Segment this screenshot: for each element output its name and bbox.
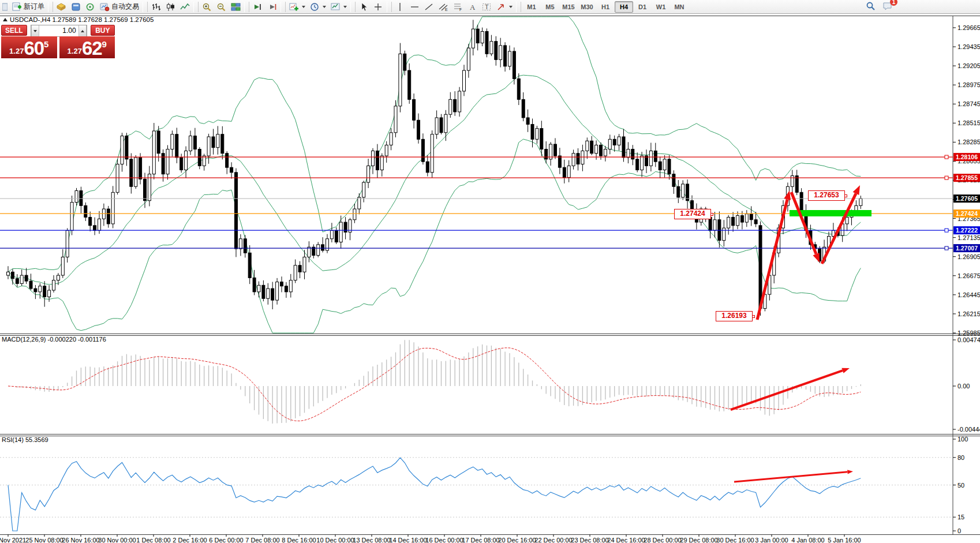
toolbar-separator: [143, 2, 148, 12]
chart-area[interactable]: 1.296651.294351.292051.289751.287451.285…: [0, 0, 980, 543]
svg-text:1.27605: 1.27605: [956, 195, 978, 202]
fibonacci-icon[interactable]: F: [451, 1, 465, 13]
candlestick-chart-icon[interactable]: [163, 1, 178, 13]
svg-text:1.27222: 1.27222: [956, 227, 978, 234]
tile-windows-icon[interactable]: [229, 1, 243, 13]
svg-text:3 Jan 00:00: 3 Jan 00:00: [755, 537, 788, 543]
periods-icon[interactable]: [308, 1, 328, 13]
price-annotation[interactable]: 1.26193: [716, 311, 753, 321]
svg-text:30 Dec 16:00: 30 Dec 16:00: [716, 537, 754, 543]
svg-text:1.26445: 1.26445: [957, 291, 980, 298]
svg-text:0.004742: 0.004742: [957, 336, 980, 343]
clipped-chart-icon: [0, 1, 10, 13]
sell-price-point: 5: [44, 39, 48, 49]
svg-text:50: 50: [957, 482, 964, 489]
toolbar-right: 1: [866, 1, 893, 12]
timeframe-w1-button[interactable]: W1: [652, 1, 670, 13]
price-annotation[interactable]: 1.27653: [808, 190, 845, 201]
sell-price-panel[interactable]: 1.27 60 5: [1, 36, 57, 58]
svg-text:1.27135: 1.27135: [957, 234, 980, 241]
svg-text:1.28745: 1.28745: [957, 100, 980, 107]
timeframe-m1-button[interactable]: M1: [522, 1, 541, 13]
bar-chart-icon[interactable]: [149, 1, 163, 13]
horizontal-line-icon[interactable]: [407, 1, 422, 13]
buy-price-prefix: 1.27: [68, 47, 82, 55]
timeframe-m15-button[interactable]: M15: [559, 1, 578, 13]
vertical-line-icon[interactable]: [393, 1, 407, 13]
svg-text:29 Dec 08:00: 29 Dec 08:00: [680, 537, 717, 543]
annotation-handle[interactable]: [752, 315, 755, 318]
svg-text:15: 15: [957, 514, 964, 520]
svg-text:13 Dec 08:00: 13 Dec 08:00: [353, 537, 390, 543]
svg-text:6 Dec 00:00: 6 Dec 00:00: [209, 537, 243, 543]
volume-increase-button[interactable]: [78, 25, 87, 36]
auto-scroll-icon[interactable]: [250, 1, 265, 13]
arrows-icon[interactable]: [494, 1, 515, 13]
timeframe-m5-button[interactable]: M5: [541, 1, 559, 13]
chart-title-text: USDCAD-,H4 1.27589 1.27628 1.27569 1.276…: [10, 16, 154, 23]
notification-badge: 1: [890, 0, 897, 6]
volume-decrease-button[interactable]: [31, 25, 39, 36]
chart-corner-icon: [3, 18, 8, 21]
svg-text:10 Dec 00:00: 10 Dec 00:00: [316, 537, 354, 543]
svg-text:1.27007: 1.27007: [956, 245, 978, 252]
svg-text:1.26905: 1.26905: [957, 253, 980, 260]
timeframe-d1-button[interactable]: D1: [633, 1, 652, 13]
svg-text:E: E: [445, 8, 448, 12]
price-annotation[interactable]: 1.27424: [674, 209, 711, 219]
chevron-down-icon: [302, 6, 305, 8]
svg-text:17 Dec 08:00: 17 Dec 08:00: [462, 537, 499, 543]
svg-text:26 Nov 16:00: 26 Nov 16:00: [62, 537, 99, 543]
timeframe-mn-button[interactable]: MN: [670, 1, 689, 13]
toolbar-separator: [387, 2, 392, 12]
toolbar-separator: [280, 2, 286, 12]
new-order-button[interactable]: 新订单: [10, 1, 47, 13]
zoom-out-icon[interactable]: [214, 1, 229, 13]
crosshair-icon[interactable]: [371, 1, 386, 13]
svg-text:20 Dec 16:00: 20 Dec 16:00: [498, 537, 536, 543]
annotation-handle[interactable]: [710, 213, 713, 216]
templates-icon[interactable]: [328, 1, 349, 13]
chart-shift-icon[interactable]: [265, 1, 279, 13]
market-watch-icon[interactable]: [54, 1, 69, 13]
data-window-icon[interactable]: [69, 1, 83, 13]
timeframe-h1-button[interactable]: H1: [596, 1, 615, 13]
chevron-down-icon: [509, 6, 513, 8]
svg-text:23 Dec 08:00: 23 Dec 08:00: [571, 537, 608, 543]
zoom-in-icon[interactable]: [200, 1, 214, 13]
svg-text:80: 80: [957, 454, 964, 461]
svg-text:1.27424: 1.27424: [956, 210, 978, 217]
text-icon[interactable]: A: [465, 1, 480, 13]
svg-text:4 Jan 08:00: 4 Jan 08:00: [791, 537, 825, 543]
line-chart-icon[interactable]: [178, 1, 192, 13]
toolbar-separator: [516, 2, 521, 12]
indicators-icon[interactable]: [287, 1, 308, 13]
buy-button[interactable]: BUY: [91, 25, 115, 36]
svg-text:25 Nov 08:00: 25 Nov 08:00: [25, 537, 63, 543]
svg-text:1.29665: 1.29665: [957, 24, 980, 31]
timeframe-m30-button[interactable]: M30: [578, 1, 596, 13]
navigator-icon[interactable]: [83, 1, 98, 13]
trendline-icon[interactable]: [422, 1, 436, 13]
annotation-handle[interactable]: [844, 194, 847, 197]
search-icon[interactable]: [866, 1, 876, 12]
buy-price-panel[interactable]: 1.27 62 9: [59, 36, 115, 58]
svg-text:28 Dec 00:00: 28 Dec 00:00: [644, 537, 681, 543]
timeframe-h4-button[interactable]: H4: [615, 1, 633, 13]
svg-text:1.26675: 1.26675: [957, 272, 980, 279]
autotrade-button[interactable]: 自动交易: [98, 1, 141, 13]
text-label-icon[interactable]: T: [480, 1, 494, 13]
sell-button[interactable]: SELL: [1, 25, 27, 36]
notifications-icon[interactable]: 1: [882, 1, 893, 12]
sell-price-prefix: 1.27: [9, 47, 24, 55]
svg-text:2 Dec 16:00: 2 Dec 16:00: [173, 537, 207, 543]
cursor-icon[interactable]: [357, 1, 371, 13]
volume-value[interactable]: 1.00: [39, 25, 78, 36]
equidistant-channel-icon[interactable]: E: [436, 1, 451, 13]
timeframe-bar: M1M5M15M30H1H4D1W1MN: [515, 1, 689, 13]
svg-text:0: 0: [957, 527, 961, 534]
autotrade-label: 自动交易: [111, 2, 139, 12]
triangle-down-icon: [33, 30, 37, 32]
svg-text:1.25985: 1.25985: [957, 329, 980, 336]
svg-text:0.00: 0.00: [957, 383, 970, 390]
